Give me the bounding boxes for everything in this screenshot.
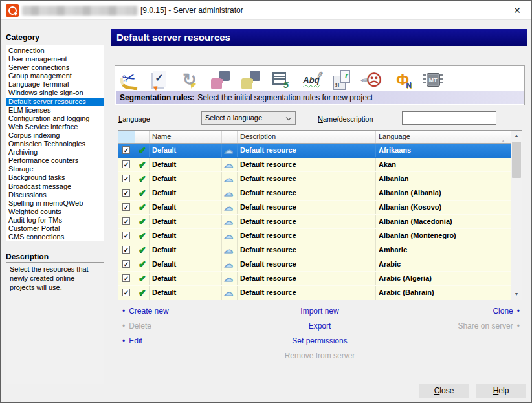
column-header-location[interactable] (222, 131, 238, 143)
resource-description: Default resource (238, 272, 376, 285)
segmentation-rules-icon[interactable]: ✂ (118, 69, 140, 91)
resource-name: Default (150, 286, 222, 300)
table-row[interactable]: ✓✔Default☁Default resourceAlbanian (Mace… (118, 215, 511, 229)
resource-language: Arabic (Bahrain) (376, 286, 511, 300)
table-vertical-scrollbar[interactable]: ▲ ▼ (511, 131, 522, 300)
server-administrator-dialog: [9.0.15] - Server administrator ✕ Catego… (0, 0, 532, 403)
resource-name: Default (150, 186, 222, 200)
row-checkbox[interactable]: ✓ (122, 175, 130, 182)
sidebar-item-connection[interactable]: Connection (6, 47, 104, 55)
sidebar-item-windows-single-sign-on[interactable]: Windows single sign-on (6, 89, 104, 97)
resource-name: Default (150, 158, 222, 171)
action-export[interactable]: Export (195, 322, 445, 331)
name-filter-input[interactable] (402, 111, 496, 125)
table-row[interactable]: ✓✔Default☁Default resourceAlbanian (118, 172, 511, 186)
table-row[interactable]: ✓✔Default☁Default resourceArabic (Algeri… (118, 272, 511, 286)
row-checkbox[interactable]: ✓ (122, 260, 130, 268)
close-button[interactable]: Close (419, 384, 469, 398)
resource-name: Default (150, 272, 222, 285)
sidebar-item-elm-licenses[interactable]: ELM licenses (6, 106, 104, 114)
ignore-lists-icon[interactable]: Abq (300, 69, 322, 91)
sidebar-item-background-tasks[interactable]: Background tasks (6, 173, 104, 182)
row-checkbox[interactable]: ✓ (122, 160, 130, 168)
action-create-new[interactable]: •Create new (122, 307, 169, 316)
action-import-new[interactable]: Import new (195, 307, 445, 316)
sidebar-item-cms-connections[interactable]: CMS connections (6, 233, 104, 241)
sidebar-item-web-service-interface[interactable]: Web Service interface (6, 123, 104, 131)
actions-right-column: Clone•Share on server• (458, 307, 520, 337)
table-row[interactable]: ✓✔Default☁Default resourceAmharic (118, 243, 511, 257)
export-settings-icon[interactable] (209, 69, 231, 91)
sidebar-item-group-management[interactable]: Group management (6, 72, 104, 80)
table-row[interactable]: ✓✔Default☁Default resourceAfrikaans (118, 144, 511, 158)
column-header-name[interactable]: Name (150, 131, 222, 143)
sidebar-item-discussions[interactable]: Discussions (6, 191, 104, 199)
row-checkbox[interactable]: ✓ (122, 289, 130, 296)
action-clone[interactable]: Clone• (458, 307, 520, 316)
resource-name: Default (150, 257, 222, 271)
table-row[interactable]: ✓✔Default☁Default resourceAlbanian (Mont… (118, 229, 511, 243)
row-checkbox[interactable]: ✓ (122, 146, 130, 154)
scroll-down-icon[interactable]: ▼ (511, 289, 522, 300)
close-window-button[interactable]: ✕ (510, 4, 524, 17)
active-check-icon: ✔ (139, 287, 146, 298)
sidebar-item-broadcast-message[interactable]: Broadcast message (6, 182, 104, 191)
resource-language: Albanian (Kosovo) (376, 201, 511, 214)
sidebar-item-default-server-resources[interactable]: Default server resources (6, 98, 104, 106)
column-header-checkbox[interactable] (118, 131, 135, 143)
sidebar-item-corpus-indexing[interactable]: Corpus indexing (6, 131, 104, 140)
sidebar-item-server-connections[interactable]: Server connections (6, 63, 104, 72)
sidebar-item-weighted-counts[interactable]: Weighted counts (6, 208, 104, 216)
sidebar-item-language-terminal[interactable]: Language Terminal (6, 80, 104, 89)
mt-settings-icon[interactable]: MT (422, 69, 444, 91)
forbidden-terms-icon[interactable]: ☹ (361, 69, 383, 91)
bullet-icon: • (122, 307, 125, 316)
resource-table: Name Description Language▲ ✓✔Default☁Def… (118, 130, 522, 300)
column-header-language[interactable]: Language▲ (376, 131, 511, 143)
table-row[interactable]: ✓✔Default☁Default resourceAlbanian (Koso… (118, 201, 511, 215)
action-set-permissions[interactable]: Set permissions (195, 337, 445, 345)
row-checkbox[interactable]: ✓ (122, 217, 130, 225)
sidebar-item-customer-portal[interactable]: Customer Portal (6, 224, 104, 233)
scrollbar-thumb[interactable] (512, 142, 521, 178)
row-checkbox[interactable]: ✓ (122, 246, 130, 254)
help-button[interactable]: Help (476, 384, 526, 398)
scroll-up-icon[interactable]: ▲ (511, 131, 522, 141)
title-bar: [9.0.15] - Server administrator ✕ (1, 1, 531, 20)
table-row[interactable]: ✓✔Default☁Default resourceArabic (118, 257, 511, 272)
active-check-icon: ✔ (139, 245, 146, 255)
font-substitution-icon[interactable]: Φ (392, 69, 414, 91)
resource-type-toolbar: ✂✓↻5Abqr☹ΦMT (118, 68, 523, 92)
sidebar-item-performance-counters[interactable]: Performance counters (6, 157, 104, 165)
auto-translation-rules-icon[interactable]: ↻ (179, 69, 201, 91)
language-filter-value: Select a language (205, 114, 262, 122)
sidebar-item-storage[interactable]: Storage (6, 165, 104, 173)
resource-name: Default (150, 215, 222, 228)
qa-settings-icon[interactable]: r (331, 69, 353, 91)
column-header-description[interactable]: Description (238, 131, 376, 143)
row-checkbox[interactable]: ✓ (122, 203, 130, 211)
non-translatables-icon[interactable]: 5 (270, 69, 292, 91)
column-header-active[interactable] (135, 131, 150, 143)
language-filter-dropdown[interactable]: Select a language (201, 111, 296, 125)
tm-settings-icon[interactable]: ✓ (148, 69, 170, 91)
filter-configurations-icon[interactable] (239, 69, 261, 91)
sidebar-item-audit-log-for-tms[interactable]: Audit log for TMs (6, 216, 104, 224)
row-checkbox[interactable]: ✓ (122, 189, 130, 197)
actions-center-column: Import newExportSet permissionsRemove fr… (195, 307, 445, 367)
table-row[interactable]: ✓✔Default☁Default resourceAlbanian (Alba… (118, 186, 511, 201)
sidebar-item-user-management[interactable]: User management (6, 55, 104, 63)
action-edit[interactable]: •Edit (122, 337, 169, 345)
table-row[interactable]: ✓✔Default☁Default resourceArabic (Bahrai… (118, 286, 511, 300)
row-checkbox[interactable]: ✓ (122, 232, 130, 239)
sidebar-item-spelling-in-memoqweb[interactable]: Spelling in memoQWeb (6, 199, 104, 208)
active-check-icon: ✔ (139, 159, 146, 169)
sidebar-item-archiving[interactable]: Archiving (6, 148, 104, 157)
sidebar-item-omniscien-technologies[interactable]: Omniscien Technologies (6, 140, 104, 148)
resource-language: Albanian (Albania) (376, 186, 511, 200)
row-checkbox[interactable]: ✓ (122, 274, 130, 282)
active-check-icon: ✔ (139, 145, 146, 155)
sidebar-item-configuration-and-logging[interactable]: Configuration and logging (6, 114, 104, 123)
table-row[interactable]: ✓✔Default☁Default resourceAkan (118, 158, 511, 172)
cloud-icon: ☁ (224, 202, 233, 212)
